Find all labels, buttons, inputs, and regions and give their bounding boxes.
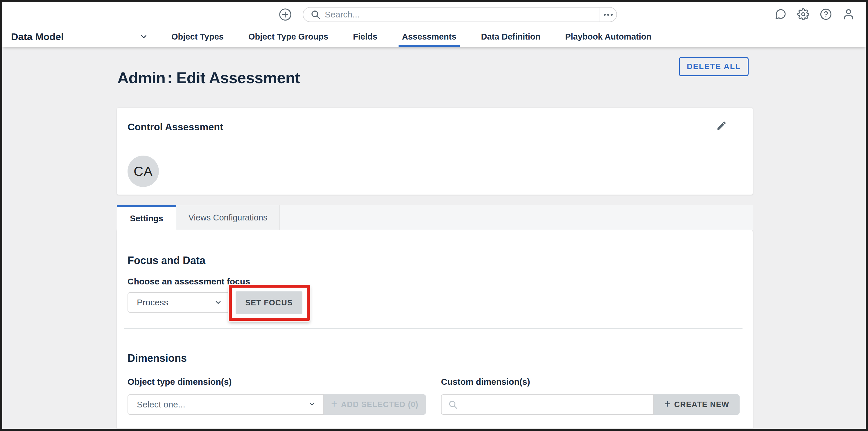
add-selected-button[interactable]: + ADD SELECTED (0) [323,394,426,415]
chevron-down-icon [140,32,148,42]
chevron-down-icon [308,400,316,409]
plus-circle-icon [279,8,292,21]
help-icon [820,8,832,20]
assessment-card: Control Assessment CA [117,108,753,195]
dot-icon [603,14,606,16]
top-right-icons [774,2,855,26]
top-bar [2,2,866,26]
object-type-dimension-label: Object type dimension(s) [127,377,231,387]
tab-strip: Settings Views Configurations [117,205,753,230]
nav-tab-playbook-automation[interactable]: Playbook Automation [565,26,651,47]
page-title-admin: Admin [117,69,165,86]
delete-all-button[interactable]: DELETE ALL [679,57,749,76]
nav-tab-assessments[interactable]: Assessments [402,26,456,47]
assessment-name: Control Assessment [127,121,223,133]
search-icon [310,9,321,20]
custom-dimension-row: + CREATE NEW [441,394,740,415]
custom-dimension-search [441,394,654,415]
section-divider [124,328,743,329]
admin-nav-bar: Data Model Object Types Object Type Grou… [2,26,866,47]
user-button[interactable] [842,8,855,20]
dimensions-heading: Dimensions [127,352,187,365]
global-search [303,7,617,22]
plus-icon: + [664,399,671,409]
focus-and-data-heading: Focus and Data [127,255,206,267]
search-more-button[interactable] [599,7,616,22]
tab-settings[interactable]: Settings [117,205,176,230]
app-window: Data Model Object Types Object Type Grou… [0,0,868,431]
add-button[interactable] [279,8,292,21]
avatar: CA [127,155,159,187]
chat-icon [774,8,787,20]
data-model-label: Data Model [11,31,64,42]
data-model-dropdown[interactable]: Data Model [11,26,151,47]
nav-tab-object-type-groups[interactable]: Object Type Groups [248,26,328,47]
settings-button[interactable] [797,8,809,20]
nav-tab-fields[interactable]: Fields [353,26,377,47]
plus-icon: + [331,399,338,409]
create-new-label: CREATE NEW [674,400,730,409]
nav-tab-object-types[interactable]: Object Types [172,26,224,47]
user-icon [842,8,855,20]
dot-icon [611,14,613,16]
object-type-dimension-select[interactable]: Select one... [127,394,323,415]
create-new-button[interactable]: + CREATE NEW [654,394,740,415]
nav-tab-data-definition[interactable]: Data Definition [481,26,540,47]
search-icon [448,400,458,409]
dot-icon [607,14,609,16]
page-title-rest: Edit Assessment [176,69,300,86]
nav-items: Object Types Object Type Groups Fields A… [172,26,651,47]
pencil-icon [716,120,727,131]
focus-select-value: Process [137,297,214,308]
add-selected-label: ADD SELECTED (0) [341,400,418,409]
edit-button[interactable] [716,120,727,132]
custom-dimension-input[interactable] [461,396,653,413]
object-type-dimension-row: Select one... + ADD SELECTED (0) [127,394,426,415]
focus-select[interactable]: Process [127,292,230,313]
search-input[interactable] [325,8,599,21]
gear-icon [797,8,809,20]
set-focus-button[interactable]: SET FOCUS [236,291,302,314]
chevron-down-icon [214,298,222,307]
choose-focus-label: Choose an assessment focus [127,277,250,286]
chat-button[interactable] [774,8,787,20]
help-button[interactable] [820,8,832,20]
select-placeholder: Select one... [137,400,308,409]
page-title: Admin:Edit Assessment [117,69,300,87]
custom-dimension-label: Custom dimension(s) [441,377,530,387]
page-title-separator: : [167,69,172,86]
settings-panel: Focus and Data Choose an assessment focu… [117,230,753,429]
tab-views-configurations[interactable]: Views Configurations [176,205,280,230]
